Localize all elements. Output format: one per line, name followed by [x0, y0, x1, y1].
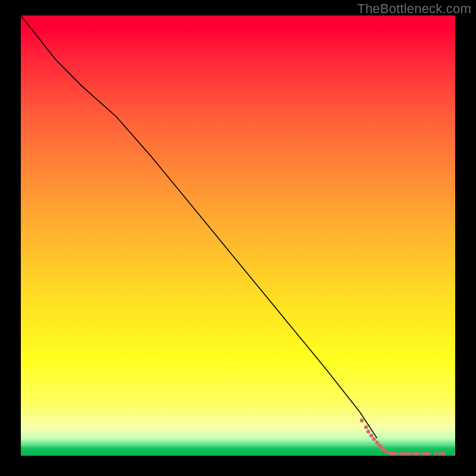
- data-point: [360, 419, 364, 422]
- data-point: [453, 452, 455, 455]
- chart-svg: [21, 15, 455, 456]
- chart-container: TheBottleneck.com: [0, 0, 476, 476]
- data-point: [399, 452, 402, 455]
- data-point: [434, 452, 437, 455]
- optimal-points-group: [360, 419, 455, 455]
- data-point: [408, 452, 411, 455]
- attribution-label: TheBottleneck.com: [357, 1, 471, 17]
- data-point: [372, 437, 375, 441]
- data-point: [367, 430, 370, 433]
- data-point: [369, 434, 373, 437]
- data-point: [375, 441, 378, 444]
- data-point: [364, 425, 368, 429]
- data-point: [384, 450, 388, 453]
- bottleneck-curve: [21, 15, 377, 438]
